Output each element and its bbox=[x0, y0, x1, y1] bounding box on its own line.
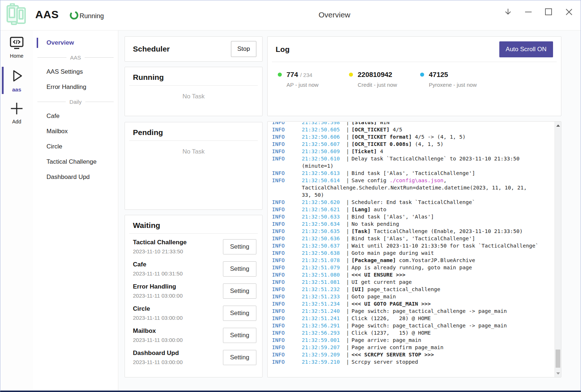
minimize-to-tray-icon[interactable] bbox=[503, 7, 513, 17]
log-separator: | bbox=[346, 199, 352, 206]
log-message: UI get current page bbox=[352, 278, 554, 286]
divider-line bbox=[37, 57, 66, 58]
log-separator: | bbox=[346, 358, 352, 366]
log-line: INFO21:32:51.241|Click (1226, 28) @ HOME bbox=[272, 315, 554, 322]
log-message: Page arrive confirm page_main bbox=[352, 344, 554, 351]
maximize-icon[interactable] bbox=[544, 7, 553, 17]
log-message: Bind task ['Alas', 'TacticalChallenge'] bbox=[352, 235, 554, 242]
setting-button[interactable]: Setting bbox=[223, 261, 256, 277]
log-scrollbar[interactable] bbox=[554, 122, 561, 377]
log-level: INFO bbox=[272, 286, 302, 293]
app-logo-icon bbox=[5, 3, 28, 27]
stop-button[interactable]: Stop bbox=[231, 41, 256, 57]
nav-item-mailbox[interactable]: Mailbox bbox=[33, 124, 118, 139]
log-line: INFO21:32:51.232|[UI] page_tactical_chal… bbox=[272, 286, 554, 293]
nav-item-cafe[interactable]: Cafe bbox=[33, 109, 118, 124]
log-message: [Status] WIN bbox=[352, 122, 554, 126]
setting-button[interactable]: Setting bbox=[223, 306, 256, 321]
scrollbar-thumb[interactable] bbox=[556, 350, 560, 368]
log-level: INFO bbox=[272, 235, 302, 242]
nav-item-dashboard-upd[interactable]: Dashboard Upd bbox=[33, 170, 118, 185]
log-separator: | bbox=[346, 206, 352, 213]
setting-button[interactable]: Setting bbox=[223, 328, 256, 343]
sidebar-item-home[interactable]: Home bbox=[0, 36, 33, 59]
minimize-icon[interactable] bbox=[524, 7, 533, 17]
log-message: Page switch: page_tactical_challenge -> … bbox=[352, 307, 554, 315]
log-separator: | bbox=[346, 235, 352, 242]
log-separator: | bbox=[346, 336, 352, 344]
nav-item-aas-settings[interactable]: AAS Settings bbox=[33, 64, 118, 79]
log-message: TacticalChallenge.Scheduler.NextRun=date… bbox=[302, 184, 554, 191]
waiting-task-row: Dashboard Upd2023-11-11 03:00:00Setting bbox=[133, 346, 256, 368]
log-separator: | bbox=[346, 264, 352, 271]
log-level: INFO bbox=[272, 170, 302, 177]
log-lines: INFO21:32:50.598|[Status] WININFO21:32:5… bbox=[272, 122, 554, 366]
log-separator: | bbox=[346, 293, 352, 300]
log-panel: INFO21:32:50.598|[Status] WININFO21:32:5… bbox=[267, 121, 561, 377]
waiting-task-name: Dashboard Upd bbox=[133, 350, 183, 357]
log-line: INFO21:32:50.605|[OCR_TICKET] 4/5 bbox=[272, 126, 554, 133]
waiting-task-name: Mailbox bbox=[133, 327, 183, 335]
page-title: Overview bbox=[318, 11, 350, 19]
sidebar-item-label: Add bbox=[12, 119, 21, 124]
log-line: INFO21:32:50.613|Bind task ['Alas', 'Tac… bbox=[272, 170, 554, 177]
sidebar-item-add[interactable]: Add bbox=[0, 101, 33, 124]
resource-stat: 47125Pyroxene - just now bbox=[420, 71, 491, 88]
nav-section-divider: AAS bbox=[33, 50, 118, 64]
app-window: AAS Running Overview bbox=[0, 0, 581, 392]
setting-button[interactable]: Setting bbox=[223, 350, 256, 365]
nav-item-overview[interactable]: Overview bbox=[33, 35, 118, 50]
log-level: INFO bbox=[272, 344, 302, 351]
setting-button[interactable]: Setting bbox=[223, 283, 256, 299]
titlebar: AAS Running Overview bbox=[0, 0, 581, 30]
nav-item-tactical-challenge[interactable]: Tactical Challenge bbox=[33, 154, 118, 170]
nav-item-error-handling[interactable]: Error Handling bbox=[33, 79, 118, 95]
running-empty-text: No Task bbox=[125, 93, 262, 100]
setting-button[interactable]: Setting bbox=[223, 239, 256, 254]
scrollbar-down-icon[interactable] bbox=[555, 370, 561, 376]
log-timestamp: 21:32:50.621 bbox=[302, 206, 346, 213]
pending-card: Pending No Task bbox=[125, 122, 263, 210]
log-message: Page switch: page_tactical_challenge -> … bbox=[352, 322, 554, 329]
log-line: INFO21:32:59.210|Scrcpy server stopped bbox=[272, 358, 554, 366]
auto-scroll-button[interactable]: Auto Scroll ON bbox=[499, 41, 553, 57]
log-message: No task pending bbox=[352, 220, 554, 228]
main-content: Scheduler Stop Running No Task Pending N… bbox=[119, 30, 581, 391]
log-message: Delay task `TacticalChallenge` to 2023-1… bbox=[352, 155, 554, 162]
close-icon[interactable] bbox=[564, 7, 574, 17]
log-message: (minute=1) bbox=[302, 162, 554, 170]
waiting-task-row: Cafe2023-11-11 00:31:50Setting bbox=[133, 258, 256, 280]
log-separator: | bbox=[346, 278, 352, 286]
log-line: INFO21:32:50.636|Bind task ['Alas', 'Tac… bbox=[272, 235, 554, 242]
log-line: INFO21:32:51.234|<<< UI GOTO PAGE_MAIN >… bbox=[272, 300, 554, 307]
log-timestamp: 21:32:50.605 bbox=[302, 126, 346, 133]
log-timestamp: 21:32:50.598 bbox=[302, 122, 346, 126]
log-level: INFO bbox=[272, 358, 302, 366]
log-line: INFO21:32:50.621|[Lang] auto bbox=[272, 206, 554, 213]
log-level: INFO bbox=[272, 242, 302, 249]
divider bbox=[129, 140, 258, 141]
log-message: [OCR_TICKET] 4/5 bbox=[352, 126, 554, 133]
log-level: INFO bbox=[272, 213, 302, 220]
log-message: [OCR_TICKET 0.008s] (4, 1, 5) bbox=[352, 140, 554, 148]
log-timestamp: 21:32:51.078 bbox=[302, 257, 346, 264]
log-line: INFO21:32:59.001|Page arrive: page_main bbox=[272, 336, 554, 344]
log-timestamp: 21:32:51.240 bbox=[302, 307, 346, 315]
log-line: INFO21:32:51.081|UI get current page bbox=[272, 278, 554, 286]
log-message: Scrcpy server stopped bbox=[352, 358, 554, 366]
nav-menu: OverviewAASAAS SettingsError HandlingDai… bbox=[33, 30, 118, 391]
log-message: [OCR_TICKET format] 4/5 -> (4, 1, 5) bbox=[352, 133, 554, 140]
nav-item-circle[interactable]: Circle bbox=[33, 139, 118, 154]
log-line: INFO21:32:50.638|Goto main page during w… bbox=[272, 249, 554, 257]
waiting-task-name: Cafe bbox=[133, 261, 183, 268]
waiting-task-name: Error Handling bbox=[133, 283, 183, 290]
log-timestamp: 21:32:50.636 bbox=[302, 235, 346, 242]
log-text-area[interactable]: INFO21:32:50.598|[Status] WININFO21:32:5… bbox=[272, 122, 554, 377]
sidebar-item-aas[interactable]: aas bbox=[0, 67, 33, 94]
log-separator: | bbox=[346, 228, 352, 235]
scrollbar-up-icon[interactable] bbox=[555, 122, 561, 128]
log-line: INFO21:32:50.633|Bind task ['Alas', 'Ala… bbox=[272, 213, 554, 220]
waiting-task-next-run: 2023-11-11 03:00:00 bbox=[133, 315, 183, 321]
log-separator: | bbox=[346, 322, 352, 329]
log-message: [UI] page_tactical_challenge bbox=[352, 286, 554, 293]
